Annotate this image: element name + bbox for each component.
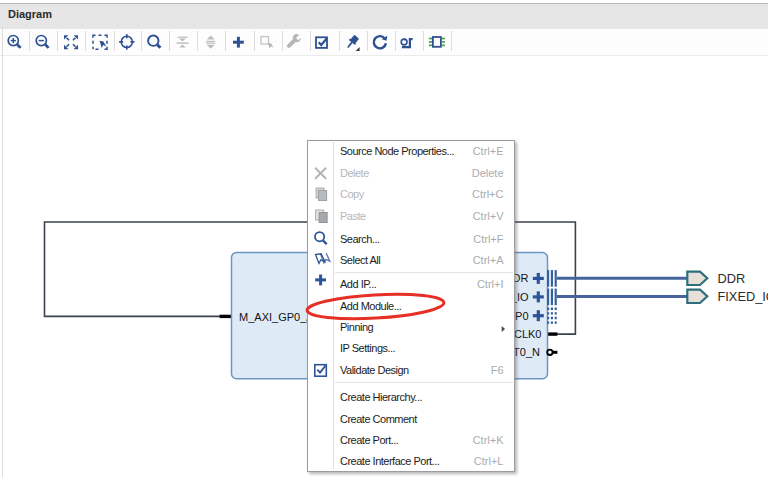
svg-text:FIXED_IO: FIXED_IO xyxy=(718,289,768,304)
svg-text:DDR: DDR xyxy=(718,271,746,286)
